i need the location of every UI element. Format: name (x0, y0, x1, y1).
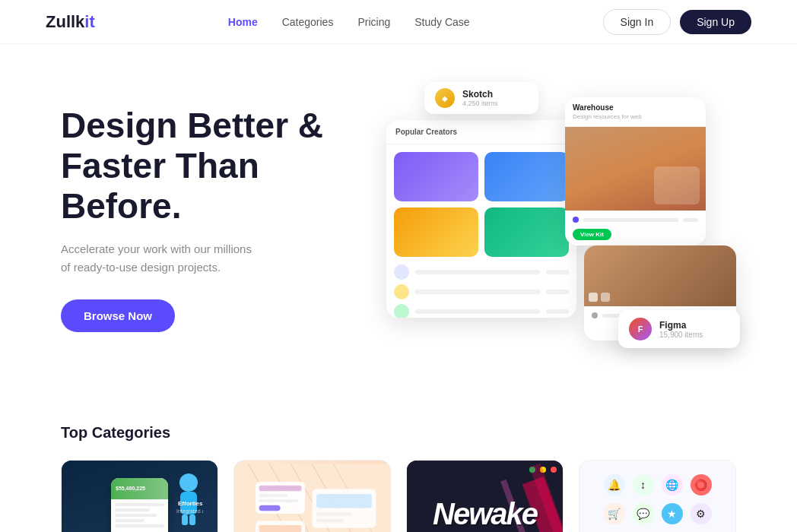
svg-rect-19 (316, 512, 352, 516)
hero-illustration: ◆ Skotch 4,250 items Popular Creators (386, 90, 736, 348)
nav-study-case[interactable]: Study Case (414, 16, 469, 28)
figma-card: F Figma 15,900 items (618, 310, 740, 348)
category-thumb-fonts: Newake (407, 461, 563, 532)
svg-point-0 (179, 473, 198, 492)
category-thumb-website (234, 461, 390, 532)
nav-pricing[interactable]: Pricing (357, 16, 390, 28)
sketch-name: Skotch (462, 89, 498, 100)
category-grid: $55,480,225 (61, 460, 736, 532)
svg-rect-20 (316, 519, 343, 523)
svg-rect-22 (259, 525, 302, 532)
svg-rect-3 (189, 515, 195, 525)
browse-now-button[interactable]: Browse Now (61, 299, 175, 332)
figma-count: 15,900 items (659, 331, 703, 339)
logo: Zullkit (46, 12, 95, 32)
category-thumb-icons: 🔔 ↕ 🌐 ⭕ 🛒 💬 ★ ⚙ 🔒 ❤ ✓ 👤 (579, 461, 735, 532)
hero-subtitle: Accelerate your work with our millionsof… (61, 240, 380, 277)
sketch-logo: ◆ (435, 88, 455, 108)
category-thumb-mobile: $55,480,225 (62, 461, 218, 532)
sketch-count: 4,250 items (462, 100, 498, 107)
nav-home[interactable]: Home (228, 16, 258, 28)
hero-section: Design Better & Faster Than Before. Acce… (0, 44, 797, 394)
section-title: Top Categories (61, 424, 736, 442)
nav-actions: Sign In Sign Up (603, 9, 751, 35)
signin-button[interactable]: Sign In (603, 9, 672, 35)
svg-text:Integrated app.: Integrated app. (176, 508, 203, 515)
main-mockup: Popular Creators (386, 120, 576, 318)
nav-categories[interactable]: Categories (282, 16, 334, 28)
hero-content: Design Better & Faster Than Before. Acce… (61, 106, 380, 332)
category-card-mobile[interactable]: $55,480,225 (61, 460, 218, 532)
category-card-fonts[interactable]: Newake Fonts 0 items (406, 460, 564, 532)
svg-rect-16 (259, 505, 281, 511)
signup-button[interactable]: Sign Up (680, 10, 751, 34)
sketch-card: ◆ Skotch 4,250 items (424, 82, 538, 114)
svg-rect-14 (259, 494, 287, 497)
categories-section: Top Categories $55,480,225 (0, 394, 797, 532)
figma-logo: F (629, 318, 652, 340)
hero-title: Design Better & Faster Than Before. (61, 106, 380, 226)
navbar: Zullkit Home Categories Pricing Study Ca… (0, 0, 797, 44)
category-card-icons[interactable]: 🔔 ↕ 🌐 ⭕ 🛒 💬 ★ ⚙ 🔒 ❤ ✓ 👤 Icon Set 0 items (579, 460, 736, 532)
svg-rect-2 (182, 515, 188, 525)
category-card-website[interactable]: Website UI Kit 1 items (233, 460, 391, 532)
svg-rect-18 (316, 494, 372, 508)
nav-links: Home Categories Pricing Study Case (228, 16, 470, 28)
figma-name: Figma (659, 320, 703, 331)
svg-rect-15 (259, 499, 298, 502)
svg-rect-13 (259, 486, 302, 491)
warehouse-mockup: Warehouse Design resources for web View … (565, 97, 706, 245)
svg-text:Effortless.: Effortless. (178, 500, 203, 507)
